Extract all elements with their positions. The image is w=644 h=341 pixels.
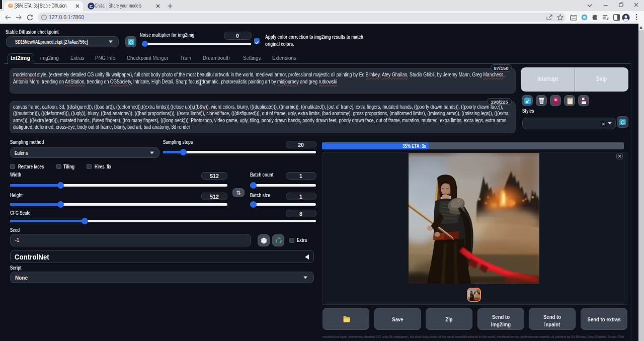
svg-text:C: C	[90, 4, 93, 9]
